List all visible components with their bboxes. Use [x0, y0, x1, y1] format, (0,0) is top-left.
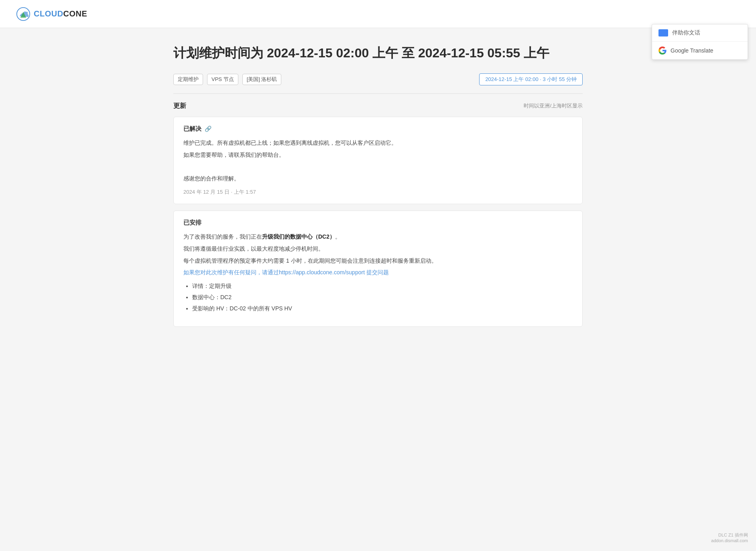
logo[interactable]: CLOUDCONE: [16, 7, 87, 21]
card-status-resolved: 已解决 🔗: [183, 125, 573, 133]
flag-icon: [658, 29, 668, 36]
scheduled-line-3: 每个虚拟机管理程序的预定事件大约需要 1 小时，在此期间您可能会注意到连接超时和…: [183, 256, 573, 266]
support-link[interactable]: 如果您对此次维护有任何疑问，请通过https://app.cloudcone.c…: [183, 269, 389, 276]
updates-title: 更新: [173, 102, 186, 110]
update-card-scheduled: 已安排 为了改善我们的服务，我们正在升级我们的数据中心（DC2）。 我们将遵循最…: [173, 211, 583, 327]
resolved-line-2: 如果您需要帮助，请联系我们的帮助台。: [183, 150, 573, 160]
tag-location[interactable]: [美国] 洛杉矶: [242, 74, 282, 85]
page-title: 计划维护时间为 2024-12-15 02:00 上午 至 2024-12-15…: [173, 44, 583, 62]
watermark: DLC Z1 插件网 addon.dismall.com: [711, 532, 748, 543]
watermark-text: DLC Z1 插件网: [711, 532, 748, 538]
card-status-scheduled: 已安排: [183, 219, 573, 227]
card-time-resolved: 2024 年 12 月 15 日 · 上午 1:57: [183, 188, 573, 196]
resolved-line-1: 维护已完成。所有虚拟机都已上线；如果您遇到离线虚拟机，您可以从客户区启动它。: [183, 138, 573, 148]
translate-dropdown[interactable]: 伴助你文话 Google Translate: [652, 24, 748, 60]
resolved-line-3: [183, 162, 573, 172]
list-item-2: 数据中心：DC2: [192, 293, 573, 302]
watermark-subtext: addon.dismall.com: [711, 538, 748, 543]
cloudcone-logo-icon: [16, 7, 30, 21]
tag-vps[interactable]: VPS 节点: [207, 74, 238, 85]
section-header: 更新 时间以亚洲/上海时区显示: [173, 102, 583, 110]
scheduled-line-1: 为了改善我们的服务，我们正在升级我们的数据中心（DC2）。: [183, 232, 573, 242]
tag-maintenance[interactable]: 定期维护: [173, 74, 203, 85]
list-item-3: 受影响的 HV：DC-02 中的所有 VPS HV: [192, 304, 573, 314]
scheduled-list: 详情：定期升级 数据中心：DC2 受影响的 HV：DC-02 中的所有 VPS …: [183, 282, 573, 313]
card-body-resolved: 维护已完成。所有虚拟机都已上线；如果您遇到离线虚拟机，您可以从客户区启动它。 如…: [183, 138, 573, 184]
google-icon: [658, 47, 667, 55]
translate-item-google-label: Google Translate: [671, 47, 713, 54]
divider: [173, 93, 583, 94]
scheduled-line-2: 我们将遵循最佳行业实践，以最大程度地减少停机时间。: [183, 244, 573, 254]
timezone-label: 时间以亚洲/上海时区显示: [524, 102, 583, 109]
translate-item-1[interactable]: 伴助你文话: [652, 24, 748, 42]
card-body-scheduled: 为了改善我们的服务，我们正在升级我们的数据中心（DC2）。 我们将遵循最佳行业实…: [183, 232, 573, 314]
tags-row: 定期维护 VPS 节点 [美国] 洛杉矶 2024-12-15 上午 02:00…: [173, 73, 583, 85]
translate-item-google[interactable]: Google Translate: [652, 42, 748, 59]
site-header: CLOUDCONE 伴助你文话 Google Translate: [0, 0, 756, 28]
list-item-1: 详情：定期升级: [192, 282, 573, 291]
translate-item-1-label: 伴助你文话: [672, 29, 700, 36]
update-card-resolved: 已解决 🔗 维护已完成。所有虚拟机都已上线；如果您遇到离线虚拟机，您可以从客户区…: [173, 117, 583, 204]
scheduled-support-link: 如果您对此次维护有任何疑问，请通过https://app.cloudcone.c…: [183, 268, 573, 278]
time-badge: 2024-12-15 上午 02:00 · 3 小时 55 分钟: [479, 73, 583, 85]
link-icon: 🔗: [205, 126, 211, 132]
logo-text: CLOUDCONE: [34, 9, 87, 18]
resolved-line-4: 感谢您的合作和理解。: [183, 174, 573, 184]
main-content: 计划维护时间为 2024-12-15 02:00 上午 至 2024-12-15…: [157, 28, 599, 349]
